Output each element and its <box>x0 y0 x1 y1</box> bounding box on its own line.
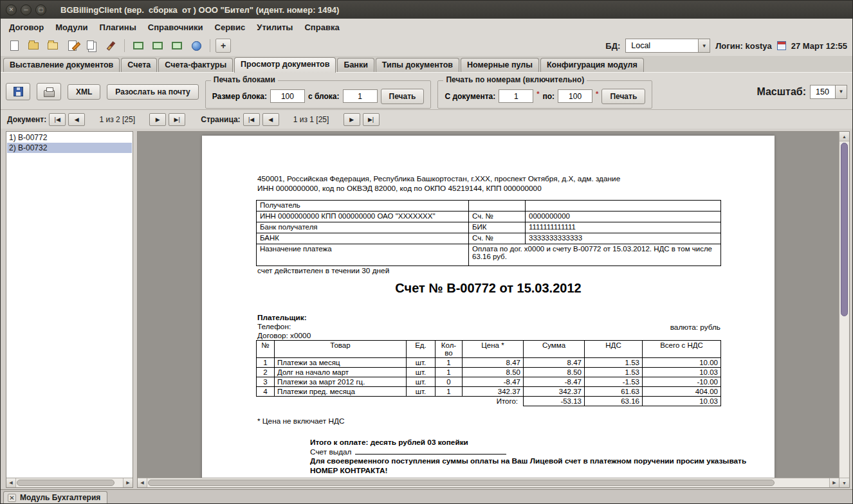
module-window-button-3[interactable] <box>169 38 185 53</box>
tab-scheta-faktury[interactable]: Счета-фактуры <box>158 58 233 72</box>
menu-spravochniki[interactable]: Справочники <box>142 21 209 34</box>
clean-button[interactable] <box>102 38 119 53</box>
closing-block: Итого к оплате: десять рублей 03 копейки… <box>310 438 746 475</box>
scroll-left-icon[interactable]: ◀ <box>138 478 147 487</box>
cell: 3 <box>257 377 275 387</box>
purpose-value-cell: Оплата по дог. х0000 и счету В-00772 от … <box>469 244 721 266</box>
chevron-down-icon[interactable]: ▼ <box>698 39 710 52</box>
window-maximize-button[interactable]: ▢ <box>35 4 46 15</box>
doc-first-button[interactable]: |◀ <box>49 113 66 126</box>
page-first-button[interactable]: |◀ <box>243 113 260 126</box>
globe-icon <box>192 41 201 51</box>
print-range-button[interactable]: Печать <box>601 89 645 104</box>
cell: Долг на начало март <box>275 368 407 377</box>
document-nav-label: Документ: <box>7 115 46 124</box>
tab-scheta[interactable]: Счета <box>121 58 157 72</box>
send-mail-button[interactable]: Разослать на почту <box>107 84 198 100</box>
preview-viewport[interactable]: 450001, Российская Федерация, Республика… <box>138 132 839 478</box>
tab-nomernye-puly[interactable]: Номерные пулы <box>461 58 539 72</box>
scrollbar-track[interactable] <box>839 141 849 478</box>
list-horizontal-scrollbar[interactable]: ◀ ▶ <box>6 478 133 487</box>
block-from-input[interactable] <box>343 89 378 103</box>
list-item[interactable]: 2) В-00732 <box>7 143 132 153</box>
xml-button[interactable]: XML <box>68 84 100 100</box>
module-window-button-1[interactable] <box>130 38 147 53</box>
invoice-title: Счет № В-00772 от 15.03.2012 <box>202 281 775 296</box>
tab-tipy-dokumentov[interactable]: Типы документов <box>376 58 459 72</box>
scrollbar-thumb[interactable] <box>148 480 775 486</box>
tab-konfiguraciya-modulya[interactable]: Конфигурация модуля <box>540 58 644 72</box>
scroll-right-icon[interactable]: ▶ <box>829 478 839 487</box>
close-icon[interactable]: ✕ <box>8 494 16 502</box>
page-nav-label: Страница: <box>201 115 240 124</box>
scroll-right-icon[interactable]: ▶ <box>123 478 133 487</box>
db-select[interactable]: Local ▼ <box>625 39 710 53</box>
monitor-icon <box>152 42 163 50</box>
menu-spravka[interactable]: Справка <box>298 21 345 34</box>
db-select-value: Local <box>626 41 698 50</box>
account2-value-cell: 3333333333333 <box>526 233 721 244</box>
scroll-down-icon[interactable]: ▼ <box>839 478 849 487</box>
cell: -8.47 <box>463 377 524 387</box>
chevron-down-icon[interactable]: ▼ <box>835 86 847 98</box>
scrollbar-track[interactable] <box>147 478 829 487</box>
doc-prev-button[interactable]: ◀ <box>68 113 85 126</box>
print-blocks-button[interactable]: Печать <box>381 89 425 104</box>
range-from-input[interactable] <box>499 89 533 103</box>
cell: 1 <box>436 368 463 377</box>
copy-document-button[interactable] <box>83 38 100 53</box>
print-blocks-group: Печать блоками Размер блока: с блока: Пе… <box>205 80 432 109</box>
edit-document-button[interactable] <box>64 38 80 53</box>
window-close-button[interactable]: ✕ <box>6 4 17 15</box>
bik-value-cell: 1111111111111 <box>526 222 721 233</box>
scale-control: Масштаб: 150 ▼ <box>757 85 847 99</box>
scrollbar-track[interactable] <box>16 478 123 487</box>
window-minimize-button[interactable]: ─ <box>21 4 32 15</box>
page-prev-button[interactable]: ◀ <box>262 113 279 126</box>
list-item[interactable]: 1) В-00772 <box>7 132 132 143</box>
range-to-input[interactable] <box>558 89 592 103</box>
scroll-up-icon[interactable]: ▲ <box>839 132 849 141</box>
new-document-button[interactable] <box>6 38 23 53</box>
tab-prosmotr-dokumentov[interactable]: Просмотр документов <box>234 57 336 73</box>
module-window-button-2[interactable] <box>149 38 166 53</box>
menu-plaginy[interactable]: Плагины <box>94 21 142 34</box>
module-status-tab[interactable]: ✕ Модуль Бухгалтерия <box>3 491 107 503</box>
help-button[interactable] <box>188 38 205 53</box>
tab-vystavlenie-dokumentov[interactable]: Выставление документов <box>3 58 120 72</box>
cell: Платежи пред. месяца <box>275 387 407 397</box>
add-tab-button[interactable]: + <box>216 39 231 53</box>
cell: 10.00 <box>643 358 721 368</box>
scroll-left-icon[interactable]: ◀ <box>6 478 16 487</box>
main-toolbar: + БД: Local ▼ Логин: kostya 27 Март 12:5… <box>1 35 852 56</box>
calendar-icon <box>777 41 786 50</box>
menu-utility[interactable]: Утилиты <box>251 21 298 34</box>
doc-last-button[interactable]: ▶| <box>169 113 185 126</box>
db-label: БД: <box>605 41 620 51</box>
print-button[interactable] <box>37 83 61 100</box>
cell: 8.47 <box>524 358 585 368</box>
block-size-input[interactable] <box>270 89 305 103</box>
contract-warning-line2: НОМЕР КОНТРАКТА! <box>310 466 746 476</box>
scale-select[interactable]: 150 ▼ <box>810 85 847 99</box>
invoice-page: 450001, Российская Федерация, Республика… <box>202 136 775 478</box>
payer-block: Плательщик: Телефон: Договор: х0000 <box>257 313 311 340</box>
folder-document-button[interactable] <box>25 38 42 53</box>
page-next-button[interactable]: ▶ <box>344 113 360 126</box>
print-blocks-group-title: Печать блоками <box>211 75 278 84</box>
scrollbar-thumb[interactable] <box>17 480 115 486</box>
preview-horizontal-scrollbar[interactable]: ◀ ▶ <box>138 478 839 487</box>
menu-servis[interactable]: Сервис <box>209 21 252 34</box>
doc-next-button[interactable]: ▶ <box>149 113 166 126</box>
save-button[interactable] <box>6 83 30 100</box>
block-size-label: Размер блока: <box>212 92 267 101</box>
tab-banki[interactable]: Банки <box>337 58 374 72</box>
open-folder-button[interactable] <box>44 38 61 53</box>
preview-vertical-scrollbar[interactable]: ▲ ▼ <box>839 132 849 487</box>
page-last-button[interactable]: ▶| <box>363 113 380 126</box>
menu-dogovor[interactable]: Договор <box>3 21 50 34</box>
cell: 8.47 <box>463 358 524 368</box>
scrollbar-thumb[interactable] <box>841 143 848 316</box>
monitor-icon <box>172 42 182 50</box>
menu-moduli[interactable]: Модули <box>50 21 93 34</box>
